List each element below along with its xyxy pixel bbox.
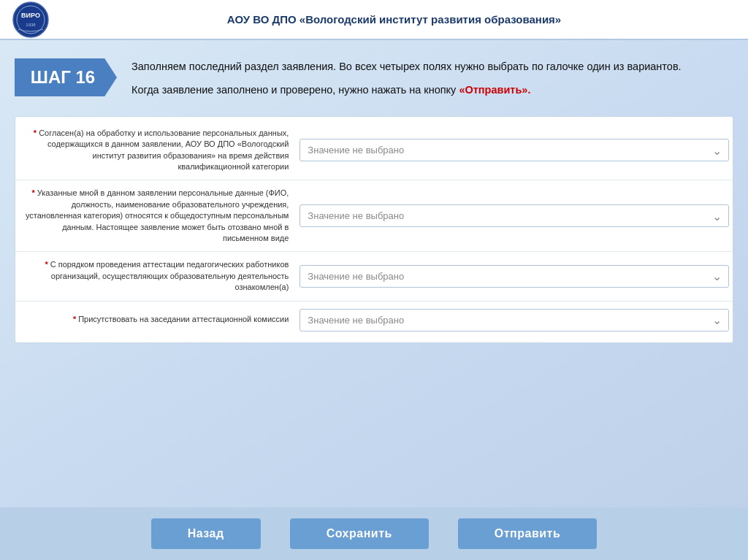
- select-4[interactable]: Значение не выбрано: [299, 309, 729, 331]
- instruction-highlight: «Отправить».: [459, 84, 530, 96]
- form-label-1: *Согласен(а) на обработку и использовани…: [19, 128, 289, 173]
- form-row: *С порядком проведения аттестации педаго…: [15, 252, 733, 301]
- select-wrapper-2[interactable]: Значение не выбрано: [299, 204, 729, 227]
- form-label-4: *Присутствовать на заседании аттестацион…: [19, 314, 289, 325]
- form-section: *Согласен(а) на обработку и использовани…: [15, 116, 733, 343]
- step-badge: ШАГ 16: [15, 58, 117, 96]
- form-label-2: *Указанные мной в данном заявлении персо…: [19, 188, 289, 244]
- select-wrapper-4[interactable]: Значение не выбрано: [299, 309, 729, 331]
- select-2[interactable]: Значение не выбрано: [299, 204, 729, 227]
- svg-point-0: [13, 2, 48, 37]
- logo: ВИРО 1938: [11, 1, 51, 38]
- svg-text:ВИРО: ВИРО: [21, 12, 40, 19]
- instruction-line2: Когда заявление заполнено и проверено, н…: [131, 82, 733, 99]
- svg-text:1938: 1938: [26, 23, 36, 27]
- back-button[interactable]: Назад: [151, 518, 261, 549]
- select-1[interactable]: Значение не выбрано: [299, 139, 729, 161]
- form-row: *Согласен(а) на обработку и использовани…: [15, 120, 733, 181]
- form-label-3: *С порядком проведения аттестации педаго…: [19, 259, 289, 293]
- form-row: *Присутствовать на заседании аттестацион…: [15, 302, 733, 339]
- select-wrapper-3[interactable]: Значение не выбрано: [299, 265, 729, 288]
- save-button[interactable]: Сохранить: [290, 518, 429, 549]
- header-title: АОУ ВО ДПО «Вологодский институт развити…: [51, 13, 737, 26]
- select-wrapper-1[interactable]: Значение не выбрано: [299, 139, 729, 161]
- select-3[interactable]: Значение не выбрано: [299, 265, 729, 288]
- header: ВИРО 1938 АОУ ВО ДПО «Вологодский инстит…: [0, 0, 748, 40]
- submit-button[interactable]: Отправить: [458, 518, 597, 549]
- instruction-line1: Заполняем последний раздел заявления. Во…: [131, 58, 733, 76]
- form-row: *Указанные мной в данном заявлении персо…: [15, 180, 733, 252]
- bottom-bar: Назад Сохранить Отправить: [0, 507, 748, 560]
- instructions: Заполняем последний раздел заявления. Во…: [131, 55, 733, 105]
